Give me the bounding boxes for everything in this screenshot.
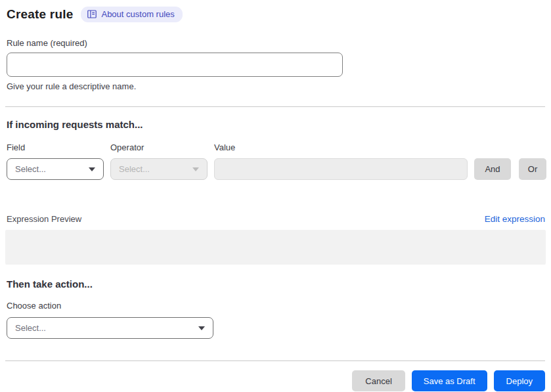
field-select[interactable]: Select... xyxy=(7,158,104,180)
choose-action-label: Choose action xyxy=(7,301,545,311)
expression-builder-row: Field Operator Value Select... Select...… xyxy=(7,142,545,180)
chevron-down-icon xyxy=(89,167,95,171)
header: Create rule About custom rules xyxy=(7,7,545,22)
footer-actions: Cancel Save as Draft Deploy xyxy=(7,370,545,391)
choose-action-select[interactable]: Select... xyxy=(7,317,213,339)
choose-action-placeholder: Select... xyxy=(15,323,46,333)
create-rule-form: Create rule About custom rules Rule name… xyxy=(0,0,551,391)
divider xyxy=(5,360,545,361)
badge-label: About custom rules xyxy=(101,10,174,18)
match-section-heading: If incoming requests match... xyxy=(7,119,545,130)
expression-preview-box xyxy=(5,230,546,265)
value-input xyxy=(214,158,468,180)
book-icon xyxy=(87,10,97,18)
rule-name-group: Rule name (required) Give your rule a de… xyxy=(7,38,545,91)
rule-name-input[interactable] xyxy=(7,53,343,77)
page-title: Create rule xyxy=(7,7,73,22)
expression-preview-header: Expression Preview Edit expression xyxy=(7,214,545,224)
field-select-placeholder: Select... xyxy=(15,164,46,174)
value-label: Value xyxy=(214,142,468,152)
operator-select-placeholder: Select... xyxy=(119,164,150,174)
edit-expression-link[interactable]: Edit expression xyxy=(485,214,545,224)
cancel-button[interactable]: Cancel xyxy=(352,370,405,391)
field-label: Field xyxy=(7,142,104,152)
chevron-down-icon xyxy=(192,167,199,171)
expression-preview-label: Expression Preview xyxy=(7,214,81,224)
operator-select: Select... xyxy=(110,158,208,180)
about-custom-rules-badge[interactable]: About custom rules xyxy=(81,7,182,22)
deploy-button[interactable]: Deploy xyxy=(494,370,545,391)
divider xyxy=(5,106,545,107)
or-button[interactable]: Or xyxy=(519,158,546,180)
operator-label: Operator xyxy=(110,142,208,152)
rule-name-helper: Give your rule a descriptive name. xyxy=(7,81,545,91)
and-button[interactable]: And xyxy=(474,158,511,180)
rule-name-label: Rule name (required) xyxy=(7,38,545,48)
action-section-heading: Then take action... xyxy=(7,278,545,290)
chevron-down-icon xyxy=(198,326,205,330)
save-as-draft-button[interactable]: Save as Draft xyxy=(412,370,487,391)
